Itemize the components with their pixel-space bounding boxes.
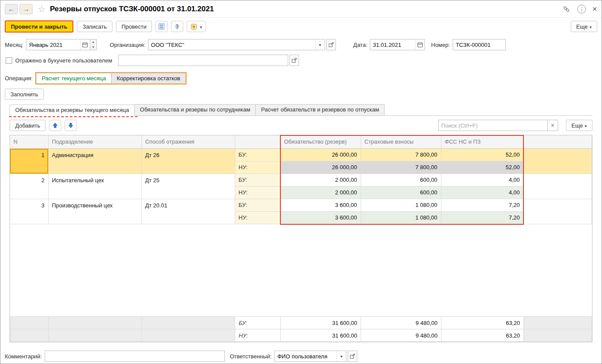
reflected-user-input[interactable]	[118, 56, 288, 65]
col-header-empty[interactable]	[523, 135, 592, 148]
number-field	[453, 39, 506, 50]
operation-current-month[interactable]: Расчет текущего месяца	[36, 73, 112, 84]
totals-filler	[142, 329, 235, 342]
cell-insurance-nu[interactable]: 1 080,00	[361, 211, 441, 224]
cell-department[interactable]: Производственный цех	[48, 199, 141, 224]
cell-insurance-bu[interactable]: 7 800,00	[361, 148, 441, 161]
cell-liability-bu[interactable]: 3 600,00	[280, 199, 361, 211]
cell-method[interactable]: Дт 25	[141, 174, 235, 199]
move-up-icon[interactable]	[49, 120, 61, 131]
cell-fss-nu[interactable]: 4,00	[441, 186, 523, 199]
forward-button[interactable]: →	[20, 4, 33, 14]
cell-tail[interactable]	[523, 199, 592, 224]
toolbar-more-button[interactable]: Еще	[571, 21, 597, 32]
page-title: Резервы отпусков ТСЗК-000001 от 31.01.20…	[50, 5, 214, 13]
cell-fss-bu[interactable]: 52,00	[441, 148, 523, 161]
cell-liability-bu[interactable]: 2 000,00	[280, 174, 361, 186]
organization-label: Организация:	[110, 42, 145, 48]
organization-dropdown-icon[interactable]: ▾	[315, 39, 325, 50]
favorite-star-icon[interactable]: ☆	[38, 4, 46, 14]
comment-label: Комментарий:	[5, 353, 42, 360]
responsible-open-button[interactable]	[348, 351, 357, 362]
cell-tail[interactable]	[523, 174, 592, 199]
back-button[interactable]: ←	[5, 4, 18, 14]
spinner-up-icon[interactable]	[90, 39, 96, 45]
create-based-on-icon[interactable]	[187, 21, 206, 32]
comment-input[interactable]	[45, 351, 224, 361]
cell-fss-bu[interactable]: 7,20	[441, 199, 523, 211]
table-header-row: N Подразделение Способ отражения Обязате…	[10, 135, 592, 148]
tab-vacation-reserve-calc[interactable]: Расчет обязательств и резервов по отпуск…	[255, 104, 385, 115]
col-header-n[interactable]: N	[10, 135, 48, 148]
save-button[interactable]: Записать	[77, 21, 112, 32]
link-icon[interactable]	[562, 4, 571, 14]
more-menu-icon[interactable]: ⋮	[577, 5, 586, 13]
responsible-label: Ответственный:	[230, 353, 272, 360]
organization-input[interactable]	[148, 40, 315, 49]
cell-method[interactable]: Дт 26	[141, 148, 235, 174]
cell-method[interactable]: Дт 20.01	[141, 199, 235, 224]
footer-row: Комментарий: Ответственный: ▾	[5, 351, 597, 362]
cell-insurance-nu[interactable]: 7 800,00	[361, 161, 441, 174]
col-header-accounting-kind[interactable]	[235, 135, 280, 148]
table-toolbar: Добавить ✕ Еще	[10, 116, 592, 135]
fill-button[interactable]: Заполнить	[5, 89, 44, 100]
operation-balance-correction[interactable]: Корректировка остатков	[112, 73, 186, 84]
cell-insurance-nu[interactable]: 600,00	[361, 186, 441, 199]
col-header-liability[interactable]: Обязательство (резерв)	[280, 135, 361, 148]
attachments-paperclip-icon[interactable]	[171, 21, 183, 32]
document-window: ← → ☆ Резервы отпусков ТСЗК-000001 от 31…	[0, 0, 602, 364]
responsible-input[interactable]	[275, 351, 336, 361]
cell-row-number[interactable]: 2	[10, 174, 48, 199]
reflected-checkbox[interactable]	[6, 57, 12, 64]
cell-department[interactable]: Администрация	[48, 148, 141, 174]
totals-filler	[524, 329, 592, 342]
responsible-dropdown-icon[interactable]: ▾	[336, 351, 346, 361]
month-input[interactable]	[26, 40, 80, 49]
grid-container: N Подразделение Способ отражения Обязате…	[10, 135, 592, 342]
date-input[interactable]	[370, 40, 415, 49]
cell-liability-nu[interactable]: 2 000,00	[280, 186, 361, 199]
cell-liability-bu[interactable]: 26 000,00	[280, 148, 361, 161]
table-row: 2 Испытательный цех Дт 25 БУ: 2 000,00 6…	[10, 174, 592, 186]
col-header-method[interactable]: Способ отражения	[141, 135, 235, 148]
cell-fss-nu[interactable]: 52,00	[441, 161, 523, 174]
cell-row-number[interactable]: 1	[10, 148, 48, 174]
calendar-icon[interactable]	[80, 39, 90, 50]
cell-department[interactable]: Испытательный цех	[48, 174, 141, 199]
cell-nu-label: НУ:	[235, 211, 280, 224]
cell-tail[interactable]	[523, 148, 592, 174]
spinner-down-icon[interactable]	[90, 45, 96, 50]
cell-insurance-bu[interactable]: 1 080,00	[361, 199, 441, 211]
close-icon[interactable]: ✕	[592, 6, 597, 13]
tab-employee-liabilities[interactable]: Обязательства и резервы по сотрудникам	[134, 104, 256, 115]
move-down-icon[interactable]	[65, 120, 77, 131]
cell-fss-bu[interactable]: 4,00	[441, 174, 523, 186]
organization-open-button[interactable]	[326, 39, 336, 50]
cell-liability-nu[interactable]: 26 000,00	[280, 161, 361, 174]
date-label: Дата:	[353, 42, 367, 48]
postings-report-icon[interactable]	[155, 21, 168, 32]
search-group: ✕	[438, 120, 558, 131]
search-input[interactable]	[439, 121, 547, 130]
calendar-icon[interactable]	[415, 39, 424, 50]
search-clear-icon[interactable]: ✕	[548, 120, 558, 131]
totals-fss-nu: 63,20	[441, 329, 524, 342]
col-header-department[interactable]: Подразделение	[48, 135, 141, 148]
cell-liability-nu[interactable]: 3 600,00	[280, 211, 361, 224]
tab-current-month-liabilities[interactable]: Обязательства и резервы текущего месяца	[10, 105, 135, 116]
post-button[interactable]: Провести	[116, 21, 152, 32]
cell-fss-nu[interactable]: 7,20	[441, 211, 523, 224]
cell-insurance-bu[interactable]: 600,00	[361, 174, 441, 186]
cell-row-number[interactable]: 3	[10, 199, 48, 224]
add-row-button[interactable]: Добавить	[10, 120, 46, 131]
month-label: Месяц:	[5, 42, 23, 48]
month-spinner[interactable]	[90, 39, 97, 50]
number-input[interactable]	[453, 40, 505, 49]
reflected-user-open-button[interactable]	[289, 55, 299, 66]
post-and-close-button[interactable]: Провести и закрыть	[5, 20, 73, 33]
col-header-insurance[interactable]: Страховые взносы	[361, 135, 441, 148]
col-header-fss[interactable]: ФСС НС и ПЗ	[441, 135, 523, 148]
table-row: 1 Администрация Дт 26 БУ: 26 000,00 7 80…	[10, 148, 592, 161]
table-more-button[interactable]: Еще	[566, 120, 592, 131]
